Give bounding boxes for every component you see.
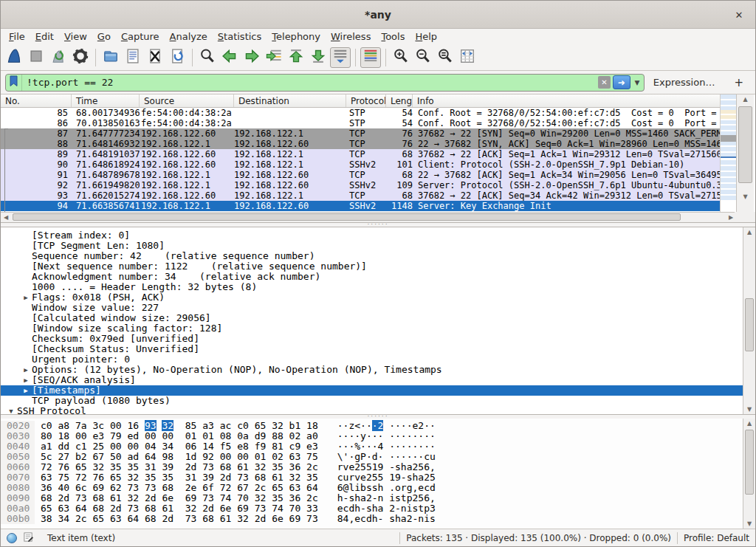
filter-dropdown-caret[interactable]: ▼	[632, 79, 642, 86]
hex-row-0020[interactable]: 0020c0 a8 7a 3c 00 16 93 32 85 a3 ac c0 …	[1, 421, 755, 431]
packet-row-90[interactable]: 9071.648618924192.168.122.60192.168.122.…	[1, 159, 720, 170]
column-header-length[interactable]: Length	[386, 94, 413, 107]
detail-line[interactable]: ▶[SEQ/ACK analysis]	[1, 375, 743, 385]
packet-row-86[interactable]: 8670.013850163fe:54:00:d4:38:2aSTP54Conf…	[1, 118, 720, 128]
menu-view[interactable]: View	[59, 30, 92, 43]
collapse-icon[interactable]: ▼	[5, 406, 17, 414]
expression-button[interactable]: Expression…	[649, 77, 723, 88]
expand-icon[interactable]: ▶	[20, 292, 32, 303]
bytes-vscrollbar[interactable]: ▲ ▼	[743, 419, 755, 529]
packet-row-89[interactable]: 8971.648191037192.168.122.60192.168.122.…	[1, 149, 720, 159]
scroll-left-icon[interactable]: ◀	[1, 213, 11, 223]
detail-line[interactable]: Checksum: 0x79ed [unverified]	[1, 334, 743, 344]
detail-line[interactable]: ▶[Timestamps]	[1, 385, 743, 396]
details-vscrollbar[interactable]: ▲ ▼	[743, 227, 755, 414]
zoom-in-button[interactable]	[391, 47, 411, 68]
menu-analyze[interactable]: Analyze	[165, 30, 213, 43]
filter-bookmark-button[interactable]	[6, 75, 22, 91]
colorize-packets-button[interactable]	[360, 47, 381, 68]
column-header-info[interactable]: Info	[413, 94, 736, 107]
close-file-button[interactable]	[145, 47, 165, 68]
scroll-down-icon[interactable]: ▼	[743, 405, 755, 414]
go-forward-button[interactable]	[241, 47, 262, 68]
hex-row-0050[interactable]: 00505c 27 b2 67 50 ad 64 98 1d 92 00 00 …	[1, 452, 755, 462]
reload-file-button[interactable]	[167, 47, 188, 68]
auto-scroll-button[interactable]	[330, 47, 351, 68]
packet-row-91[interactable]: 9171.648789678192.168.122.1192.168.122.6…	[1, 170, 720, 180]
detail-line[interactable]: [TCP Segment Len: 1080]	[1, 241, 743, 251]
packet-row-93[interactable]: 9371.662015274192.168.122.60192.168.122.…	[1, 190, 720, 201]
menu-telephony[interactable]: Telephony	[267, 30, 326, 43]
display-filter-input[interactable]: !tcp.port == 22 ✕ ➜ ▼	[5, 74, 645, 92]
hex-row-0030[interactable]: 003080 18 00 e3 79 ed 00 00 01 01 08 0a …	[1, 431, 755, 441]
menu-edit[interactable]: Edit	[30, 30, 59, 43]
restart-capture-button[interactable]	[48, 47, 69, 68]
filter-text[interactable]: !tcp.port == 22	[22, 77, 598, 88]
scrollbar-thumb[interactable]	[745, 430, 754, 495]
find-packet-button[interactable]	[197, 47, 218, 68]
column-header-protocol[interactable]: Protocol	[346, 94, 386, 107]
menu-capture[interactable]: Capture	[116, 30, 165, 43]
packet-row-85[interactable]: 8568.001734936fe:54:00:d4:38:2aSTP54Conf…	[1, 108, 720, 118]
hex-row-0080[interactable]: 008036 40 6c 69 62 73 73 68 2e 6f 72 67 …	[1, 483, 755, 493]
filter-add-button[interactable]: +	[726, 76, 751, 89]
intelligent-scrollbar-minimap[interactable]	[720, 94, 736, 213]
expand-icon[interactable]: ▶	[20, 385, 32, 396]
menu-wireless[interactable]: Wireless	[326, 30, 376, 43]
detail-line[interactable]: ▶Flags: 0x018 (PSH, ACK)	[1, 292, 743, 303]
open-file-button[interactable]	[100, 47, 121, 68]
menu-statistics[interactable]: Statistics	[213, 30, 267, 43]
menu-file[interactable]: File	[4, 30, 30, 43]
hex-row-0090[interactable]: 009068 2d 73 68 61 32 2d 6e 69 73 74 70 …	[1, 493, 755, 503]
menu-tools[interactable]: Tools	[376, 30, 410, 43]
detail-line[interactable]: [Checksum Status: Unverified]	[1, 344, 743, 354]
packet-list-vscrollbar[interactable]: ▲ ▼	[736, 94, 754, 213]
column-header-source[interactable]: Source	[140, 94, 234, 107]
close-window-button[interactable]: ✕	[732, 7, 746, 22]
packet-row-92[interactable]: 9271.661949820192.168.122.1192.168.122.6…	[1, 180, 720, 190]
detail-line[interactable]: Sequence number: 42 (relative sequence n…	[1, 251, 743, 261]
column-header-no[interactable]: No.	[1, 94, 72, 107]
column-header-time[interactable]: Time	[72, 94, 140, 107]
scroll-down-icon[interactable]: ▼	[743, 519, 755, 529]
scroll-down-icon[interactable]: ▼	[737, 192, 754, 202]
resize-columns-button[interactable]	[457, 47, 478, 68]
hex-row-00a0[interactable]: 00a065 63 64 68 2d 73 68 61 32 2d 6e 69 …	[1, 503, 755, 514]
scrollbar-thumb[interactable]	[745, 298, 754, 351]
capture-options-button[interactable]	[70, 47, 91, 68]
hex-row-0060[interactable]: 006072 76 65 32 35 35 31 39 2d 73 68 61 …	[1, 462, 755, 472]
scrollbar-thumb[interactable]	[738, 106, 752, 183]
menu-go[interactable]: Go	[92, 30, 116, 43]
detail-line[interactable]: Window size value: 227	[1, 303, 743, 313]
detail-line[interactable]: [Stream index: 0]	[1, 230, 743, 241]
filter-clear-button[interactable]: ✕	[598, 76, 611, 89]
detail-line[interactable]: [Next sequence number: 1122 (relative se…	[1, 261, 743, 272]
detail-line[interactable]: [Window size scaling factor: 128]	[1, 323, 743, 334]
capture-comment-icon[interactable]	[23, 531, 34, 545]
go-to-packet-button[interactable]	[264, 47, 284, 68]
packet-row-87[interactable]: 8771.647777234192.168.122.60192.168.122.…	[1, 128, 720, 139]
go-last-packet-button[interactable]	[308, 47, 329, 68]
filter-apply-button[interactable]: ➜	[613, 75, 630, 89]
detail-line[interactable]: ▼SSH Protocol	[1, 406, 743, 414]
hex-row-0070[interactable]: 007063 75 72 76 65 32 35 35 31 39 2d 73 …	[1, 472, 755, 483]
start-capture-button[interactable]	[4, 47, 24, 68]
expand-icon[interactable]: ▶	[20, 375, 32, 385]
expand-icon[interactable]: ▶	[20, 365, 32, 375]
scroll-up-icon[interactable]: ▲	[737, 94, 754, 105]
stop-capture-button[interactable]	[26, 47, 47, 68]
packet-row-88[interactable]: 8871.648146932192.168.122.1192.168.122.6…	[1, 139, 720, 149]
packet-list-header[interactable]: No.TimeSourceDestinationProtocolLengthIn…	[1, 94, 736, 108]
detail-line[interactable]: 1000 .... = Header Length: 32 bytes (8)	[1, 282, 743, 292]
go-first-packet-button[interactable]	[286, 47, 306, 68]
detail-line[interactable]: [Calculated window size: 29056]	[1, 313, 743, 323]
hex-row-00b0[interactable]: 00b038 34 2c 65 63 64 68 2d 73 68 61 32 …	[1, 514, 755, 524]
packet-row-94[interactable]: 9471.663856741192.168.122.1192.168.122.6…	[1, 201, 720, 211]
profile-status[interactable]: Profile: Default	[684, 533, 749, 543]
detail-line[interactable]: Urgent pointer: 0	[1, 354, 743, 365]
scrollbar-thumb[interactable]	[13, 213, 681, 221]
zoom-out-button[interactable]	[413, 47, 433, 68]
zoom-reset-button[interactable]	[435, 47, 456, 68]
menu-help[interactable]: Help	[410, 30, 442, 43]
detail-line[interactable]: ▶Options: (12 bytes), No-Operation (NOP)…	[1, 365, 743, 375]
